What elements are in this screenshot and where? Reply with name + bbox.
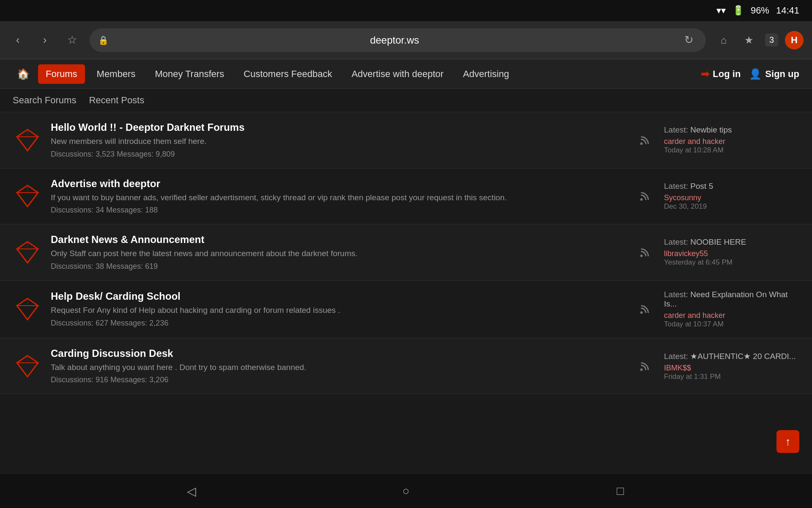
forum-stats: Discussions: 627 Messages: 2,236 bbox=[51, 319, 626, 328]
back-button[interactable]: ‹ bbox=[8, 31, 27, 50]
latest-user[interactable]: carder and hacker bbox=[664, 137, 799, 146]
rss-icon[interactable] bbox=[634, 303, 656, 315]
address-bar[interactable]: 🔒 deeptor.ws ↻ bbox=[90, 28, 706, 52]
forum-desc: If you want to buy banner ads, verified … bbox=[51, 192, 626, 204]
android-back-button[interactable]: ◁ bbox=[180, 480, 203, 502]
latest-title: Latest: NOOBIE HERE bbox=[664, 237, 799, 247]
latest-user[interactable]: Sycosunny bbox=[664, 193, 799, 202]
forum-icon bbox=[13, 237, 42, 267]
forum-row[interactable]: Hello World !! - Deeptor Darknet Forums … bbox=[0, 112, 812, 168]
battery-icon: 🔋 bbox=[732, 5, 744, 16]
svg-marker-20 bbox=[17, 242, 38, 263]
forum-desc: Request For Any kind of Help about hacki… bbox=[51, 305, 626, 316]
forum-latest: Latest: Need Explanation On What Is... c… bbox=[664, 290, 799, 329]
latest-date: Today at 10:37 AM bbox=[664, 320, 799, 329]
svg-line-12 bbox=[17, 193, 27, 207]
rss-icon[interactable] bbox=[634, 190, 656, 202]
browser-actions: ⌂ ★ 3 H bbox=[714, 31, 804, 50]
forum-latest: Latest: NOOBIE HERE libravickey55 Yester… bbox=[664, 237, 799, 267]
battery-percent: 96% bbox=[751, 5, 769, 16]
svg-point-29 bbox=[640, 254, 643, 257]
forum-title[interactable]: Help Desk/ Carding School bbox=[51, 290, 626, 302]
tabs-badge[interactable]: 3 bbox=[765, 33, 778, 47]
forum-stats: Discussions: 38 Messages: 619 bbox=[51, 262, 626, 271]
svg-line-32 bbox=[17, 306, 27, 320]
svg-point-39 bbox=[640, 312, 643, 314]
android-home-button[interactable]: ○ bbox=[395, 480, 417, 502]
home-button[interactable]: ⌂ bbox=[714, 31, 733, 50]
svg-line-6 bbox=[17, 130, 27, 137]
nav-item-members[interactable]: Members bbox=[89, 64, 143, 84]
login-button[interactable]: ➡ Log in bbox=[701, 68, 741, 80]
rss-icon[interactable] bbox=[634, 246, 656, 258]
signup-icon: 👤 bbox=[749, 68, 762, 80]
forum-title[interactable]: Carding Discussion Desk bbox=[51, 348, 626, 359]
sub-nav: Search Forums Recent Posts bbox=[0, 89, 812, 112]
forum-title[interactable]: Darknet News & Announcement bbox=[51, 234, 626, 246]
android-nav-bar: ◁ ○ □ bbox=[0, 474, 812, 508]
svg-marker-40 bbox=[17, 356, 38, 377]
svg-line-42 bbox=[17, 363, 27, 377]
signup-button[interactable]: 👤 Sign up bbox=[749, 68, 799, 80]
svg-line-17 bbox=[27, 185, 38, 193]
login-label: Log in bbox=[713, 69, 741, 80]
forum-icon bbox=[13, 181, 42, 211]
nav-item-customers-feedback[interactable]: Customers Feedback bbox=[236, 64, 340, 84]
latest-date: Dec 30, 2019 bbox=[664, 202, 799, 211]
nav-item-money-transfers[interactable]: Money Transfers bbox=[147, 64, 232, 84]
latest-user[interactable]: carder and hacker bbox=[664, 311, 799, 320]
browser-chrome: ‹ › ☆ 🔒 deeptor.ws ↻ ⌂ ★ 3 H bbox=[0, 21, 812, 59]
sub-nav-recent-posts[interactable]: Recent Posts bbox=[89, 95, 144, 106]
forum-row[interactable]: Advertise with deeptor If you want to bu… bbox=[0, 168, 812, 225]
svg-line-47 bbox=[27, 356, 38, 363]
latest-user[interactable]: libravickey55 bbox=[664, 249, 799, 258]
latest-title: Latest: Need Explanation On What Is... bbox=[664, 290, 799, 309]
nav-item-forums[interactable]: Forums bbox=[38, 64, 85, 84]
latest-date: Yesterday at 6:45 PM bbox=[664, 258, 799, 267]
rss-icon[interactable] bbox=[634, 134, 656, 146]
lock-icon: 🔒 bbox=[98, 35, 109, 45]
forum-stats: Discussions: 34 Messages: 188 bbox=[51, 206, 626, 215]
svg-marker-10 bbox=[17, 185, 38, 207]
latest-date: Friday at 1:31 PM bbox=[664, 373, 799, 381]
svg-line-36 bbox=[17, 298, 27, 306]
forward-button[interactable]: › bbox=[36, 31, 54, 50]
forum-row[interactable]: Carding Discussion Desk Talk about anyth… bbox=[0, 338, 812, 395]
home-nav-icon[interactable]: 🏠 bbox=[13, 64, 34, 84]
forum-title[interactable]: Advertise with deeptor bbox=[51, 178, 626, 190]
latest-title: Latest: Post 5 bbox=[664, 182, 799, 191]
svg-line-33 bbox=[27, 306, 38, 320]
forum-title[interactable]: Hello World !! - Deeptor Darknet Forums bbox=[51, 121, 626, 133]
forum-content: Hello World !! - Deeptor Darknet Forums … bbox=[51, 121, 626, 159]
svg-line-37 bbox=[27, 298, 38, 306]
forum-content: Advertise with deeptor If you want to bu… bbox=[51, 178, 626, 215]
site-nav: 🏠 Forums Members Money Transfers Custome… bbox=[0, 59, 812, 89]
svg-line-23 bbox=[27, 249, 38, 263]
latest-date: Today at 10:28 AM bbox=[664, 146, 799, 155]
forum-row[interactable]: Darknet News & Announcement Only Staff c… bbox=[0, 224, 812, 281]
svg-line-2 bbox=[17, 137, 27, 151]
clock: 14:41 bbox=[776, 5, 799, 16]
url-text: deeptor.ws bbox=[115, 34, 675, 46]
forum-row[interactable]: Help Desk/ Carding School Request For An… bbox=[0, 281, 812, 338]
forum-content: Darknet News & Announcement Only Staff c… bbox=[51, 234, 626, 271]
latest-user[interactable]: IBMK$$ bbox=[664, 364, 799, 373]
favorites-button[interactable]: ★ bbox=[740, 31, 758, 50]
nav-item-advertise[interactable]: Advertise with deeptor bbox=[344, 64, 451, 84]
svg-line-26 bbox=[17, 242, 27, 249]
sub-nav-search-forums[interactable]: Search Forums bbox=[13, 95, 76, 106]
menu-button[interactable]: H bbox=[785, 31, 804, 50]
scroll-top-button[interactable]: ↑ bbox=[776, 430, 799, 453]
nav-item-advertising[interactable]: Advertising bbox=[455, 64, 517, 84]
forum-desc: Talk about anything you want here . Dont… bbox=[51, 362, 626, 373]
svg-line-22 bbox=[17, 249, 27, 263]
android-recent-button[interactable]: □ bbox=[609, 480, 632, 502]
login-icon: ➡ bbox=[701, 68, 709, 80]
rss-icon[interactable] bbox=[634, 360, 656, 372]
latest-title: Latest: Newbie tips bbox=[664, 125, 799, 135]
bookmark-button[interactable]: ☆ bbox=[63, 31, 81, 50]
menu-avatar[interactable]: H bbox=[785, 31, 804, 50]
svg-point-49 bbox=[640, 368, 643, 371]
refresh-button[interactable]: ↻ bbox=[680, 32, 697, 49]
svg-line-16 bbox=[17, 185, 27, 193]
